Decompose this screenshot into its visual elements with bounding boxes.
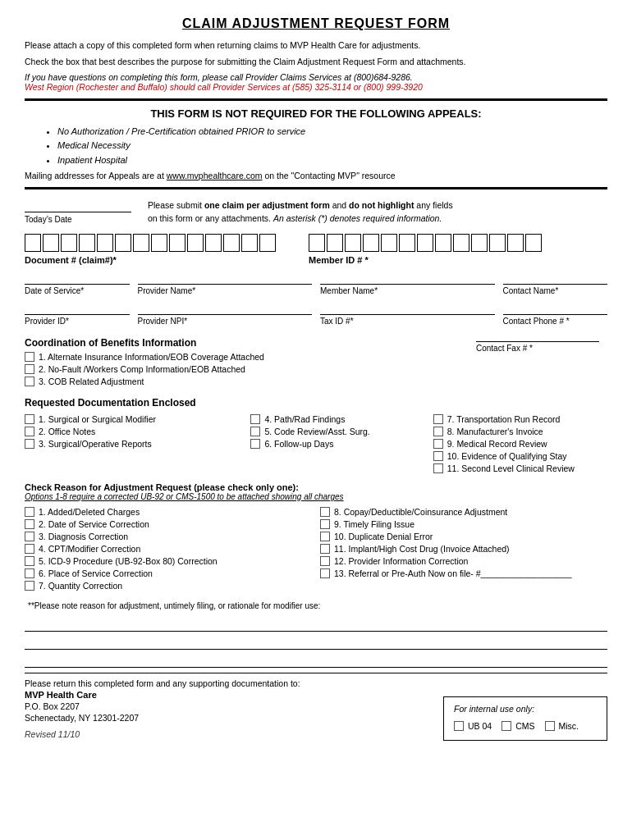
doc-box-14[interactable] [259, 234, 276, 252]
reason-checkbox-1[interactable] [25, 507, 34, 517]
reason-1: 1. Added/Deleted Charges [25, 507, 312, 517]
reason-checkbox-11[interactable] [320, 544, 330, 554]
internal-checkbox-cms[interactable] [501, 721, 511, 731]
mem-box-2[interactable] [327, 234, 343, 252]
req-docs-title: Requested Documentation Enclosed [25, 397, 607, 409]
mem-box-6[interactable] [399, 234, 415, 252]
contact-name-input[interactable] [503, 272, 608, 285]
mem-box-8[interactable] [435, 234, 451, 252]
date-of-service-input[interactable] [25, 272, 130, 285]
doc-box-7[interactable] [133, 234, 149, 252]
submit-instructions: Please submit one claim per adjustment f… [148, 199, 607, 226]
doc-box-10[interactable] [187, 234, 204, 252]
date-label: Today’s Date [25, 215, 72, 224]
id-boxes-row: Document # (claim#)* Member ID # * [25, 234, 607, 265]
req-doc-label-1: 1. Surgical or Surgical Modifier [39, 414, 156, 424]
reason-checkbox-12[interactable] [320, 556, 330, 566]
doc-box-11[interactable] [205, 234, 222, 252]
reason-checkbox-8[interactable] [320, 507, 330, 517]
req-doc-checkbox-2[interactable] [25, 427, 34, 436]
contact-phone-input[interactable] [503, 302, 608, 315]
doc-box-13[interactable] [241, 234, 258, 252]
mem-box-5[interactable] [381, 234, 397, 252]
doc-box-2[interactable] [43, 234, 59, 252]
reason-label-2: 2. Date of Service Correction [39, 519, 149, 529]
provider-name-input[interactable] [138, 272, 313, 285]
req-doc-4: 4. Path/Rad Findings [250, 414, 424, 424]
reason-checkbox-3[interactable] [25, 532, 34, 541]
reason-11: 11. Implant/High Cost Drug (Invoice Atta… [320, 544, 607, 554]
reason-checkbox-13[interactable] [320, 568, 330, 578]
document-id-boxes [25, 234, 276, 252]
reason-label-13: 13. Referral or Pre-Auth Now on file- #_… [334, 568, 572, 578]
mem-box-4[interactable] [363, 234, 379, 252]
doc-box-12[interactable] [223, 234, 240, 252]
tax-id-input[interactable] [320, 302, 495, 315]
reason-col-1: 1. Added/Deleted Charges 2. Date of Serv… [25, 504, 312, 593]
appeals-title: THIS FORM IS NOT REQUIRED FOR THE FOLLOW… [25, 107, 607, 120]
cob-label-2: 2. No-Fault /Workers Comp Information/EO… [39, 364, 245, 374]
intro-line3: If you have questions on completing this… [25, 72, 607, 82]
website-link[interactable]: www.mvphealthcare.com [167, 171, 263, 180]
mem-box-12[interactable] [507, 234, 524, 252]
mem-box-1[interactable] [309, 234, 325, 252]
req-doc-11: 11. Second Level Clinical Review [433, 463, 607, 473]
mem-box-13[interactable] [525, 234, 542, 252]
req-doc-checkbox-8[interactable] [433, 427, 443, 436]
reason-checkbox-7[interactable] [25, 581, 34, 591]
doc-box-9[interactable] [169, 234, 185, 252]
appeals-item-1: No Authorization / Pre-Certification obt… [57, 125, 607, 139]
write-line-2[interactable] [25, 635, 607, 650]
reason-12: 12. Provider Information Correction [320, 556, 607, 566]
req-doc-checkbox-5[interactable] [250, 427, 260, 436]
doc-box-4[interactable] [79, 234, 95, 252]
member-name-input[interactable] [320, 272, 495, 285]
internal-checkbox-ub04[interactable] [454, 721, 464, 731]
req-doc-checkbox-4[interactable] [250, 414, 260, 424]
internal-checkbox-misc[interactable] [545, 721, 555, 731]
reason-checkbox-10[interactable] [320, 532, 330, 541]
req-doc-checkbox-6[interactable] [250, 439, 260, 449]
doc-box-6[interactable] [115, 234, 131, 252]
mem-box-9[interactable] [453, 234, 469, 252]
mem-box-3[interactable] [345, 234, 361, 252]
date-input-line[interactable] [25, 199, 131, 212]
cob-checkbox-3[interactable] [25, 377, 34, 386]
doc-box-1[interactable] [25, 234, 41, 252]
reason-checkbox-9[interactable] [320, 519, 330, 529]
req-doc-checkbox-3[interactable] [25, 439, 34, 449]
doc-box-5[interactable] [97, 234, 113, 252]
req-doc-checkbox-1[interactable] [25, 414, 34, 424]
doc-box-3[interactable] [61, 234, 77, 252]
write-line-1[interactable] [25, 617, 607, 632]
footer-divider [25, 673, 607, 673]
internal-title: For internal use only: [454, 704, 597, 714]
mem-box-7[interactable] [417, 234, 433, 252]
reason-checkbox-2[interactable] [25, 519, 34, 529]
doc-box-8[interactable] [151, 234, 167, 252]
fields-row-1: Date of Service* Provider Name* Member N… [25, 272, 607, 295]
reason-checkbox-6[interactable] [25, 568, 34, 578]
provider-id-input[interactable] [25, 302, 130, 315]
provider-npi-input[interactable] [138, 302, 313, 315]
cob-checkbox-1[interactable] [25, 352, 34, 362]
mem-box-10[interactable] [471, 234, 488, 252]
reason-8: 8. Copay/Deductible/Coinsurance Adjustme… [320, 507, 607, 517]
req-doc-checkbox-9[interactable] [433, 439, 443, 449]
contact-fax-input[interactable] [476, 329, 599, 342]
req-doc-checkbox-11[interactable] [433, 463, 443, 473]
footer-section: Please return this completed form and an… [25, 678, 607, 741]
page-title: CLAIM ADJUSTMENT REQUEST FORM [25, 16, 607, 31]
req-doc-checkbox-7[interactable] [433, 414, 443, 424]
req-doc-checkbox-10[interactable] [433, 451, 443, 461]
do-not-highlight-bold: do not highlight [349, 200, 414, 210]
reason-checkbox-5[interactable] [25, 556, 34, 566]
write-line-3[interactable] [25, 653, 607, 668]
reason-checkbox-4[interactable] [25, 544, 34, 554]
appeals-section: THIS FORM IS NOT REQUIRED FOR THE FOLLOW… [25, 107, 607, 181]
footer-internal-section: For internal use only: UB 04 CMS Misc. [443, 696, 607, 741]
cob-checkbox-2[interactable] [25, 364, 34, 374]
member-id-group: Member ID # * [309, 234, 542, 265]
divider-after-appeals [25, 187, 607, 189]
mem-box-11[interactable] [489, 234, 506, 252]
